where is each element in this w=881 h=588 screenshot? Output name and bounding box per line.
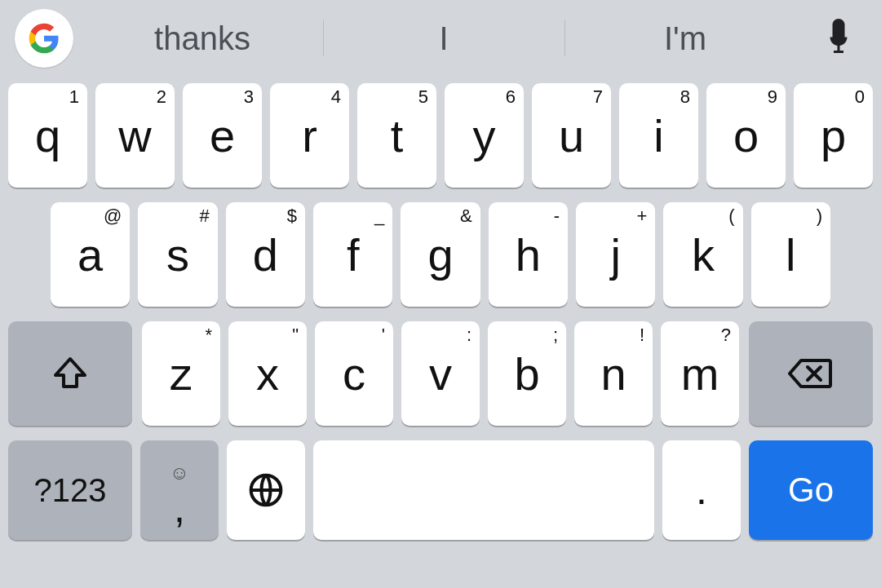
- key-hint-label: 5: [418, 86, 428, 108]
- key-hint-label: $: [287, 206, 297, 227]
- key-main-label: t: [391, 109, 404, 162]
- key-main-label: q: [35, 109, 60, 162]
- key-main-label: k: [692, 228, 715, 281]
- key-main-label: m: [681, 347, 719, 400]
- key-hint-label: :: [467, 325, 471, 346]
- key-h[interactable]: h-: [489, 202, 568, 307]
- key-hint-label: ;: [553, 325, 558, 346]
- key-r[interactable]: r4: [270, 83, 349, 188]
- google-logo-icon: [28, 22, 60, 55]
- key-main-label: b: [514, 347, 539, 400]
- key-hint-label: @: [104, 206, 122, 227]
- key-t[interactable]: t5: [357, 83, 436, 188]
- key-p[interactable]: p0: [794, 83, 873, 188]
- symbols-key[interactable]: ?123: [8, 440, 132, 540]
- key-hint-label: 3: [244, 86, 254, 108]
- key-b[interactable]: b;: [488, 321, 566, 426]
- key-z[interactable]: z*: [142, 321, 220, 426]
- key-main-label: z: [170, 347, 193, 400]
- key-hint-label: 4: [331, 86, 341, 108]
- key-hint-label: 7: [593, 86, 603, 108]
- key-hint-label: _: [374, 206, 384, 227]
- key-x[interactable]: x": [228, 321, 307, 426]
- key-e[interactable]: e3: [183, 83, 262, 188]
- key-main-label: c: [343, 347, 365, 400]
- key-hint-label: *: [205, 325, 212, 346]
- key-hint-label: ": [292, 325, 299, 346]
- key-main-label: w: [118, 109, 151, 162]
- key-main-label: e: [210, 109, 235, 162]
- key-main-label: v: [429, 347, 452, 400]
- google-search-button[interactable]: [15, 9, 73, 68]
- key-hint-label: ?: [721, 325, 731, 346]
- key-hint-label: -: [554, 206, 560, 227]
- key-main-label: l: [786, 228, 795, 281]
- key-main-label: j: [610, 228, 620, 281]
- backspace-key[interactable]: [749, 321, 873, 426]
- key-main-label: r: [302, 109, 317, 162]
- key-d[interactable]: d$: [226, 202, 305, 307]
- key-main-label: g: [427, 228, 453, 281]
- key-n[interactable]: n!: [574, 321, 653, 426]
- shift-icon: [51, 354, 90, 393]
- keyboard-row-bottom: ?123 ☺ , . Go: [3, 440, 878, 540]
- key-hint-label: !: [640, 325, 644, 346]
- key-i[interactable]: i8: [619, 83, 698, 188]
- key-c[interactable]: c': [315, 321, 393, 426]
- key-hint-label: (: [728, 206, 734, 227]
- microphone-icon: [824, 19, 853, 58]
- key-m[interactable]: m?: [661, 321, 739, 426]
- key-main-label: s: [166, 228, 189, 281]
- key-s[interactable]: s#: [138, 202, 217, 307]
- key-o[interactable]: o9: [706, 83, 786, 188]
- key-hint-label: 8: [680, 86, 690, 108]
- suggestion-bar: thanks I I'm: [0, 0, 881, 77]
- key-main-label: x: [256, 347, 279, 400]
- key-hint-label: 2: [157, 86, 166, 108]
- key-j[interactable]: j+: [576, 202, 655, 307]
- comma-label: ,: [174, 488, 185, 528]
- key-hint-label: 6: [506, 86, 516, 108]
- keyboard-row-3-letters: z*x"c'v:b;n!m?: [140, 321, 741, 426]
- key-k[interactable]: k(: [663, 202, 742, 307]
- key-hint-label: #: [199, 206, 209, 227]
- key-main-label: u: [559, 109, 584, 162]
- keyboard-row-1: q1w2e3r4t5y6u7i8o9p0: [3, 83, 878, 188]
- key-q[interactable]: q1: [8, 83, 87, 188]
- keyboard-row-3: z*x"c'v:b;n!m?: [3, 321, 878, 426]
- key-v[interactable]: v:: [401, 321, 480, 426]
- emoji-hint-icon: ☺: [170, 463, 190, 483]
- key-main-label: a: [77, 228, 103, 281]
- key-main-label: d: [253, 228, 278, 281]
- key-g[interactable]: g&: [401, 202, 480, 307]
- key-main-label: p: [821, 109, 846, 162]
- key-main-label: o: [733, 109, 759, 162]
- key-hint-label: ': [382, 325, 385, 346]
- suggestion-item[interactable]: thanks: [82, 14, 323, 63]
- key-l[interactable]: l): [751, 202, 830, 307]
- key-main-label: h: [516, 228, 541, 281]
- key-hint-label: ): [817, 206, 822, 227]
- key-f[interactable]: f_: [313, 202, 392, 307]
- period-key[interactable]: .: [662, 440, 741, 540]
- globe-icon: [248, 472, 284, 508]
- space-key[interactable]: [313, 440, 654, 540]
- language-key[interactable]: [227, 440, 305, 540]
- key-u[interactable]: u7: [532, 83, 611, 188]
- suggestion-item[interactable]: I: [323, 14, 564, 63]
- key-hint-label: +: [636, 206, 647, 227]
- voice-input-button[interactable]: [814, 14, 863, 63]
- key-w[interactable]: w2: [95, 83, 175, 188]
- key-main-label: n: [600, 347, 626, 400]
- backspace-icon: [788, 357, 834, 390]
- key-a[interactable]: a@: [51, 202, 130, 307]
- key-main-label: i: [653, 109, 663, 162]
- suggestions-container: thanks I I'm: [82, 0, 806, 77]
- comma-key[interactable]: ☺ ,: [140, 440, 219, 540]
- key-hint-label: 0: [855, 86, 865, 108]
- key-hint-label: 9: [768, 86, 777, 108]
- go-key[interactable]: Go: [749, 440, 873, 540]
- shift-key[interactable]: [8, 321, 132, 426]
- key-y[interactable]: y6: [445, 83, 524, 188]
- suggestion-item[interactable]: I'm: [564, 14, 806, 63]
